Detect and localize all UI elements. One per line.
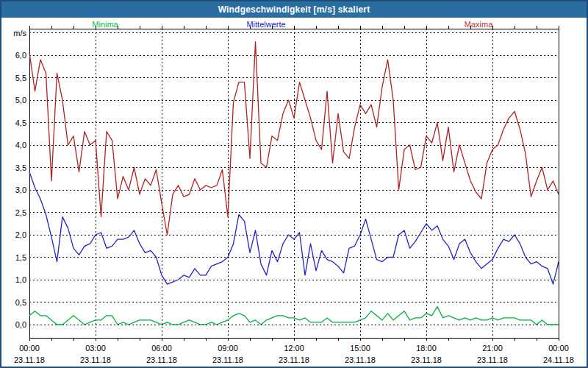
y-tick-label: 2,0 xyxy=(15,230,26,239)
y-tick-label: 5,0 xyxy=(15,96,26,105)
chart-area: 0,00,51,01,52,02,53,03,54,04,55,05,56,0m… xyxy=(1,18,587,367)
x-tick-date-label: 23.11.18 xyxy=(80,355,111,364)
x-tick-time-label: 00:00 xyxy=(19,344,40,353)
y-tick-label: 6,0 xyxy=(15,51,26,60)
legend-mittelwerte: Mittelwerte xyxy=(246,20,285,29)
x-tick-time-label: 03:00 xyxy=(85,344,106,353)
page-title: Windgeschwindigkeit [m/s] skaliert xyxy=(218,4,370,15)
x-tick-time-label: 21:00 xyxy=(482,344,503,353)
y-tick-label: 3,5 xyxy=(15,163,26,172)
y-tick-label: 4,0 xyxy=(15,141,26,149)
y-tick-label: 3,0 xyxy=(15,185,26,194)
x-tick-time-label: 12:00 xyxy=(284,344,304,353)
y-tick-label: 0,0 xyxy=(15,320,26,329)
legend-maxima: Maxima xyxy=(465,20,493,29)
x-tick-time-label: 09:00 xyxy=(218,344,238,353)
x-tick-time-label: 18:00 xyxy=(416,344,437,353)
x-tick-date-label: 23.11.18 xyxy=(345,355,376,364)
x-tick-date-label: 23.11.18 xyxy=(212,355,243,364)
x-tick-date-label: 24.11.18 xyxy=(543,355,574,364)
window-titlebar: Windgeschwindigkeit [m/s] skaliert xyxy=(1,1,587,18)
y-tick-label: 4,5 xyxy=(15,118,26,127)
y-tick-label: 2,5 xyxy=(15,208,26,217)
x-tick-date-label: 23.11.18 xyxy=(279,355,309,364)
x-tick-date-label: 23.11.18 xyxy=(14,355,45,364)
x-tick-date-label: 23.11.18 xyxy=(146,355,177,364)
y-tick-label: 1,5 xyxy=(15,253,26,262)
x-tick-time-label: 00:00 xyxy=(548,344,569,353)
app-window: Windgeschwindigkeit [m/s] skaliert 0,00,… xyxy=(0,0,588,368)
y-tick-label: 5,5 xyxy=(15,74,26,82)
y-tick-label: 0,5 xyxy=(15,298,26,307)
y-tick-label: 1,0 xyxy=(15,275,26,284)
x-tick-date-label: 23.11.18 xyxy=(477,355,508,364)
wind-speed-chart: 0,00,51,01,52,02,53,03,54,04,55,05,56,0m… xyxy=(1,18,587,367)
legend-minima: Minima xyxy=(92,20,118,29)
x-tick-time-label: 15:00 xyxy=(350,344,370,353)
x-tick-time-label: 06:00 xyxy=(151,344,172,353)
y-axis-unit-label: m/s xyxy=(13,29,26,38)
x-tick-date-label: 23.11.18 xyxy=(411,355,442,364)
